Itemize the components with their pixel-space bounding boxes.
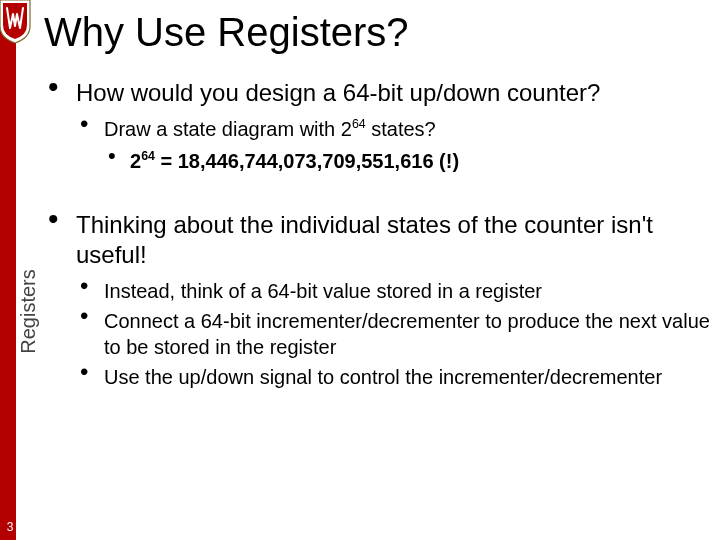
bullet-2-2: Connect a 64-bit incrementer/decrementer… — [76, 308, 712, 360]
bullet-1-1-1-pre: 2 — [130, 150, 141, 172]
bullet-2-3-text: Use the up/down signal to control the in… — [104, 364, 712, 390]
bullet-2-text: Thinking about the individual states of … — [76, 210, 712, 270]
bullet-1-1-1-post: = 18,446,744,073,709,551,616 (!) — [155, 150, 459, 172]
content-area: How would you design a 64-bit up/down co… — [42, 78, 712, 400]
side-label: Registers — [17, 269, 40, 353]
slide: Registers Why Use Registers? How would y… — [0, 0, 720, 540]
university-crest-icon — [0, 0, 32, 44]
bullet-1-1: Draw a state diagram with 264 states? 26… — [76, 116, 712, 174]
bullet-1: How would you design a 64-bit up/down co… — [42, 78, 712, 174]
bullet-1-1-text: Draw a state diagram with 264 states? — [104, 116, 712, 142]
bullet-1-1-1-sup: 64 — [141, 149, 155, 163]
bullet-2-1: Instead, think of a 64-bit value stored … — [76, 278, 712, 304]
side-label-area: Registers — [16, 0, 40, 540]
bullet-2-1-text: Instead, think of a 64-bit value stored … — [104, 278, 712, 304]
bullet-1-1-1: 264 = 18,446,744,073,709,551,616 (!) — [104, 148, 712, 174]
bullet-1-1-1-text: 264 = 18,446,744,073,709,551,616 (!) — [130, 148, 712, 174]
bullet-1-1-post: states? — [366, 118, 436, 140]
bullet-2: Thinking about the individual states of … — [42, 210, 712, 390]
bullet-1-1-sup: 64 — [352, 117, 366, 131]
left-stripe — [0, 0, 16, 540]
slide-title: Why Use Registers? — [44, 10, 409, 55]
page-number: 3 — [4, 520, 16, 534]
bullet-2-3: Use the up/down signal to control the in… — [76, 364, 712, 390]
bullet-2-2-text: Connect a 64-bit incrementer/decrementer… — [104, 308, 712, 360]
spacer — [42, 184, 712, 210]
bullet-1-text: How would you design a 64-bit up/down co… — [76, 78, 712, 108]
bullet-1-1-pre: Draw a state diagram with 2 — [104, 118, 352, 140]
